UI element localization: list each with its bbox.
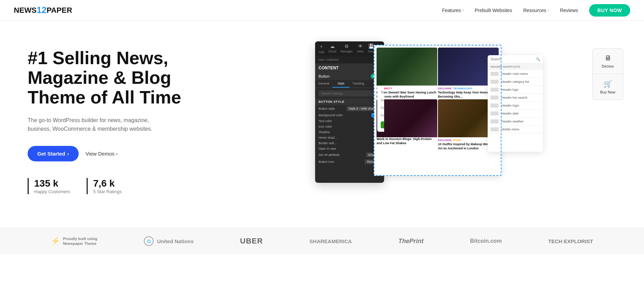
- card4-exclusive: EXCLUSIVE: [438, 139, 452, 141]
- side-panel-demos[interactable]: 🖥 Demos: [593, 49, 623, 74]
- celeb-img: [377, 48, 437, 86]
- nav: Features › Prebuilt Websites Resources ›…: [442, 4, 630, 17]
- un-logo-item: 🌐 United Nations: [144, 236, 194, 246]
- color-popup: Theme Color Custom color #1 Custom color…: [377, 86, 384, 132]
- demos-label: Demos: [602, 64, 614, 68]
- features-arrow-icon: ›: [462, 8, 464, 12]
- color-row-2: Custom color #2: [381, 105, 384, 110]
- hb-label-main-menu: Header main menu: [501, 72, 528, 76]
- color-row-theme: Theme Color: [381, 90, 384, 95]
- nav-reviews[interactable]: Reviews: [560, 8, 578, 13]
- stats: 135 k Happy Customers 7,6 k 5 Star Ratin…: [28, 178, 228, 194]
- card1-title: Kristen Stewart Was Seen Having Lunch in…: [377, 91, 437, 99]
- news-card-3: Week in Houston Blogs: High-Protein and …: [377, 99, 437, 150]
- hb-item-category[interactable]: Header category list: [488, 78, 543, 86]
- hb-item-date[interactable]: Header date: [488, 110, 543, 118]
- news-mockup: CELEBRITY Kristen Stewart Was Seen Havin…: [374, 45, 501, 176]
- hb-item-weather[interactable]: Header weather: [488, 118, 543, 126]
- hb-icon-logo: [490, 88, 499, 92]
- header-builder-panel: 🔍 Header shortcuts Header main menu Head…: [488, 55, 543, 152]
- stat-ratings-num: 7,6 k: [93, 178, 121, 189]
- newspaper-text: Proudly built using Newspaper Theme: [63, 236, 97, 246]
- newspaper-logo-item: ⚡ Proudly built using Newspaper Theme: [51, 236, 97, 246]
- hb-label-mobile: Mobile menu: [501, 128, 519, 131]
- stat-ratings: 7,6 k 5 Star Ratings: [87, 178, 133, 194]
- tab-general[interactable]: General: [315, 80, 332, 88]
- builder-search-input[interactable]: [319, 90, 381, 97]
- card3-title: Week in Houston Blogs: High-Protein and …: [377, 137, 437, 145]
- side-panel: 🖥 Demos 🛒 Buy Now: [592, 48, 623, 100]
- share-logo-text: SHAREAMERICA: [310, 238, 352, 244]
- card2-category: TECHNOLOGY: [453, 87, 472, 90]
- logo-num: 12: [37, 5, 47, 16]
- hb-search-input[interactable]: [490, 57, 536, 61]
- hb-icon-main-menu: [490, 72, 499, 76]
- side-panel-buy[interactable]: 🛒 Buy Now: [593, 74, 623, 100]
- builder-widget-label: Button: [319, 74, 330, 78]
- manager-icon[interactable]: ⚙Manager: [341, 43, 353, 54]
- hb-label-category: Header category list: [501, 80, 529, 83]
- uber-logo-text: UBER: [240, 237, 263, 246]
- hb-item-logo[interactable]: Header logo: [488, 86, 543, 94]
- add-icon[interactable]: ＋Add: [319, 43, 324, 54]
- hb-search-icon: 🔍: [536, 57, 540, 61]
- cloud-icon[interactable]: ☁Cloud: [328, 43, 336, 54]
- hb-label-weather: Header weather: [501, 120, 524, 123]
- bitcoin-logo-text: Bitcoin.com: [470, 238, 502, 244]
- logo-news: NEWS: [14, 6, 37, 15]
- nav-prebuilt[interactable]: Prebuilt Websites: [475, 8, 512, 13]
- news-card-1: CELEBRITY Kristen Stewart Was Seen Havin…: [377, 48, 437, 99]
- fashion-img: [377, 99, 437, 137]
- uber-logo-item: UBER: [240, 237, 263, 246]
- hero-subtitle: The go-to WordPress builder for news, ma…: [28, 116, 166, 133]
- hb-section-header: Header shortcuts: [488, 63, 543, 70]
- buy-now-button[interactable]: BUY NOW: [589, 4, 630, 17]
- news-grid: CELEBRITY Kristen Stewart Was Seen Havin…: [374, 45, 501, 153]
- view-icon[interactable]: 👁View: [357, 43, 363, 54]
- hb-icon-search: [490, 96, 499, 100]
- card4-category: FOOD: [453, 139, 461, 142]
- header: NEWS12PAPER Features › Prebuilt Websites…: [0, 0, 644, 21]
- add-color-button[interactable]: ADD NEW COLOR: [381, 121, 384, 128]
- hb-label-date: Header date: [501, 112, 519, 115]
- color-row-3: Custom color #3: [381, 112, 384, 118]
- print-logo-item: ThePrint: [398, 238, 423, 245]
- logos-strip: ⚡ Proudly built using Newspaper Theme 🌐 …: [0, 228, 644, 255]
- bolt-icon: ⚡: [51, 237, 60, 246]
- logo-paper: PAPER: [47, 6, 72, 15]
- bitcoin-logo-item: Bitcoin.com: [470, 238, 502, 244]
- hb-item-mobile[interactable]: Mobile menu: [488, 126, 543, 133]
- hb-icon-weather: [490, 119, 499, 123]
- demo-container: ＋Add ☁Cloud ⚙Manager 👁View 💾Save ✕ row >…: [315, 41, 543, 186]
- buy-icon: 🛒: [604, 80, 612, 88]
- hb-label-search: Header live search: [501, 96, 527, 99]
- tech-logo-text: TECH EXPLORIST: [548, 238, 593, 244]
- print-logo-text: ThePrint: [398, 238, 423, 245]
- hero-right: ＋Add ☁Cloud ⚙Manager 👁View 💾Save ✕ row >…: [228, 41, 616, 214]
- tab-tracking[interactable]: Tracking: [350, 80, 367, 88]
- hb-item-search[interactable]: Header live search: [488, 94, 543, 102]
- demos-icon: 🖥: [604, 54, 611, 62]
- stat-customers-num: 135 k: [34, 178, 70, 189]
- card1-category: CELEBRITY: [377, 87, 437, 90]
- builder-toolbar-icons: ＋Add ☁Cloud ⚙Manager 👁View 💾Save: [319, 43, 375, 54]
- hb-icon-mobile: [490, 127, 499, 131]
- hb-item-login[interactable]: Header login: [488, 102, 543, 110]
- stat-customers: 135 k Happy Customers: [28, 178, 81, 194]
- share-logo-item: SHAREAMERICA: [310, 238, 352, 244]
- un-logo-text: United Nations: [157, 238, 194, 244]
- get-started-button[interactable]: Get Started ›: [28, 146, 79, 161]
- nav-resources[interactable]: Resources ›: [523, 8, 549, 13]
- stat-customers-label: Happy Customers: [34, 189, 70, 194]
- hb-label-logo: Header logo: [501, 88, 518, 91]
- tab-style[interactable]: Style: [332, 80, 350, 88]
- nav-features[interactable]: Features ›: [442, 8, 464, 13]
- hb-search: 🔍: [488, 55, 543, 63]
- tech-logo-item: TECH EXPLORIST: [548, 238, 593, 244]
- hb-label-login: Header login: [501, 104, 519, 107]
- un-globe-icon: 🌐: [144, 236, 154, 246]
- hb-item-main-menu[interactable]: Header main menu: [488, 70, 543, 78]
- logo[interactable]: NEWS12PAPER: [14, 5, 72, 16]
- stat-ratings-label: 5 Star Ratings: [93, 189, 121, 194]
- view-demos-link[interactable]: View Demos ›: [86, 151, 118, 157]
